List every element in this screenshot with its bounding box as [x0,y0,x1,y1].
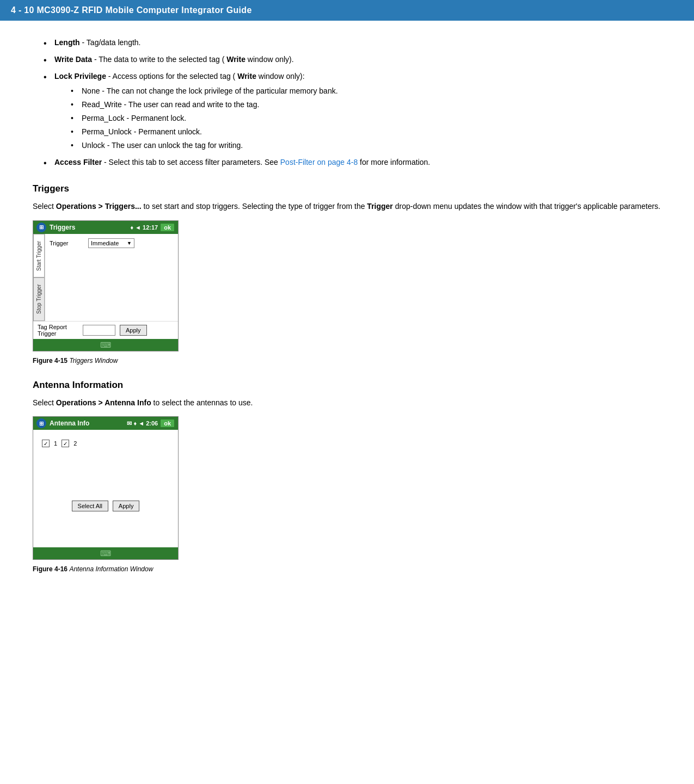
select-all-button[interactable]: Select All [72,501,108,511]
write-data-bold: Write [226,55,245,64]
triggers-body: Start Trigger Stop Trigger Trigger Immed… [33,234,178,321]
figure-4-16-title: Antenna Information Window [69,565,153,573]
figure-4-15-caption: Figure 4-15 Triggers Window [33,357,661,365]
start-trigger-tab[interactable]: Start Trigger [33,234,45,277]
antenna-title: Antenna Info [50,419,89,427]
antenna-titlebar-icons: ✉ ♦ ◄ 2:06 ok [127,419,175,428]
lock-privilege-label: Lock Privilege [54,72,106,81]
antenna-section: Antenna Information Select Operations > … [33,380,661,573]
antenna-checkbox-row: ✓ 1 ✓ 2 [38,434,174,453]
sub-item-none: None - The can not change the lock privi… [71,85,661,97]
triggers-title: Triggers [50,224,75,231]
triggers-para-bold2: Trigger [367,202,392,211]
length-text: - Tag/data length. [82,38,141,47]
main-content: Length - Tag/data length. Write Data - T… [0,21,694,607]
list-item-access-filter: Access Filter - Select this tab to set a… [44,157,661,168]
write-data-text: - The data to write to the selected tag … [94,55,224,64]
antenna-checkbox-1-label: 1 [54,440,57,447]
trigger-select[interactable]: Immediate ▼ [88,238,134,248]
triggers-titlebar-icons: ♦ ◄ 12:17 ok [130,223,175,232]
triggers-para: Select Operations > Triggers... to set s… [33,201,661,213]
figure-4-16-label: Figure 4-16 [33,565,67,573]
trigger-label: Trigger [50,240,85,246]
triggers-apply-button[interactable]: Apply [120,325,147,336]
antenna-para-end: to select the antennas to use. [153,398,253,407]
list-item-write-data: Write Data - The data to write to the se… [44,54,661,65]
antenna-bottom-bar: ⌨ [33,547,178,559]
keyboard-icon: ⌨ [100,341,111,349]
start-icon: ⊞ [36,223,46,232]
sub-item-perma-unlock: Perma_Unlock - Permanent unlock. [71,126,661,138]
antenna-checkbox-1[interactable]: ✓ [42,440,50,447]
antenna-checkbox-2-label: 2 [73,440,77,447]
antenna-status-icons: ✉ ♦ ◄ 2:06 [127,420,158,427]
header-text: 4 - 10 MC3090-Z RFID Mobile Computer Int… [11,5,252,15]
triggers-status-icons: ♦ ◄ 12:17 [130,224,158,231]
access-filter-label: Access Filter [54,158,102,166]
triggers-heading: Triggers [33,183,661,194]
length-label: Length [54,38,80,47]
trigger-select-value: Immediate [91,240,119,246]
triggers-para-end2: drop-down menu updates the window with t… [395,202,661,211]
triggers-ok-button[interactable]: ok [160,223,175,232]
triggers-para-end: to set start and stop triggers. Selectin… [143,202,367,211]
lock-privilege-bold: Write [237,72,256,81]
triggers-titlebar: ⊞ Triggers ♦ ◄ 12:17 ok [33,221,178,234]
antenna-titlebar: ⊞ Antenna Info ✉ ♦ ◄ 2:06 ok [33,417,178,430]
stop-trigger-tab[interactable]: Stop Trigger [33,277,45,321]
triggers-para-text: Select [33,202,56,211]
access-filter-end: for more information. [360,158,430,166]
antenna-window: ⊞ Antenna Info ✉ ♦ ◄ 2:06 ok ✓ 1 ✓ 2 [33,416,179,560]
triggers-side-tabs: Start Trigger Stop Trigger [33,234,45,321]
triggers-tab-content: Trigger Immediate ▼ [45,234,178,321]
antenna-checkbox-2[interactable]: ✓ [62,440,69,447]
list-item-length: Length - Tag/data length. [44,37,661,48]
main-bullet-list: Length - Tag/data length. Write Data - T… [33,37,661,168]
antenna-keyboard-icon: ⌨ [100,549,111,558]
lock-privilege-end: window only): [259,72,305,81]
access-filter-text: - Select this tab to set access filter p… [104,158,280,166]
figure-4-16-caption: Figure 4-16 Antenna Information Window [33,565,661,573]
antenna-para-bold: Operations > Antenna Info [56,398,151,407]
trigger-select-arrow: ▼ [127,240,132,246]
triggers-titlebar-left: ⊞ Triggers [36,223,75,232]
antenna-bottom-space [38,516,174,543]
trigger-field-row: Trigger Immediate ▼ [50,238,174,248]
trigger-params-area [50,251,174,295]
sub-item-unlock: Unlock - The user can unlock the tag for… [71,140,661,151]
antenna-titlebar-left: ⊞ Antenna Info [36,418,89,428]
triggers-window: ⊞ Triggers ♦ ◄ 12:17 ok Start Trigger [33,220,179,351]
page-header: 4 - 10 MC3090-Z RFID Mobile Computer Int… [0,0,694,21]
figure-4-15-label: Figure 4-15 [33,357,67,365]
tag-report-label: Tag ReportTrigger [38,324,78,337]
antenna-spacer [38,453,174,496]
post-filter-link[interactable]: Post-Filter on page 4-8 [280,158,358,166]
antenna-apply-button[interactable]: Apply [113,501,140,511]
triggers-section: Triggers Select Operations > Triggers...… [33,183,661,365]
write-data-end: window only). [248,55,294,64]
triggers-bottom-section: Tag ReportTrigger Apply [33,321,178,339]
lock-privilege-sub-list: None - The can not change the lock privi… [54,85,661,151]
sub-item-read-write: Read_Write - The user can read and write… [71,99,661,110]
figure-4-15-title: Triggers Window [69,357,118,365]
antenna-para: Select Operations > Antenna Info to sele… [33,397,661,409]
triggers-para-bold: Operations > Triggers... [56,202,142,211]
antenna-start-icon: ⊞ [36,418,46,428]
antenna-para-text: Select [33,398,56,407]
antenna-heading: Antenna Information [33,380,661,391]
antenna-body: ✓ 1 ✓ 2 Select All Apply [33,430,178,547]
antenna-ok-button[interactable]: ok [160,419,175,428]
list-item-lock-privilege: Lock Privilege - Access options for the … [44,71,661,151]
lock-privilege-text: - Access options for the selected tag ( [108,72,235,81]
triggers-bottom-bar: ⌨ [33,339,178,351]
write-data-label: Write Data [54,55,92,64]
tag-report-input[interactable] [83,325,115,336]
antenna-button-row: Select All Apply [38,496,174,516]
sub-item-perma-lock: Perma_Lock - Permanent lock. [71,113,661,124]
